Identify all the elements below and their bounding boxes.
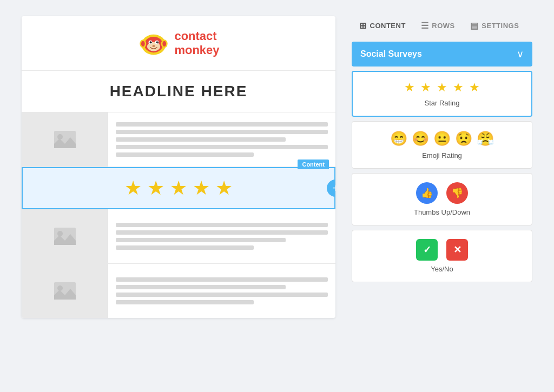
image-placeholder-3 — [22, 264, 108, 318]
tab-rows-label: ROWS — [432, 22, 454, 30]
emoji-rating-option[interactable]: 😁 😊 😐 😟 😤 Emoji Rating — [352, 121, 532, 169]
surveys-header[interactable]: Social Surveys ∨ — [352, 42, 532, 67]
chevron-down-icon: ∨ — [517, 48, 524, 60]
star-3: ★ — [170, 177, 187, 200]
tabs-row: ⊞ CONTENT ☰ ROWS ▤ SETTINGS — [352, 16, 532, 35]
email-header: contact monkey — [22, 16, 335, 71]
text-line — [116, 300, 254, 304]
text-line — [116, 293, 328, 297]
text-line — [116, 285, 286, 289]
yes-no-option[interactable]: ✓ ✕ Yes/No — [352, 230, 532, 282]
text-placeholder-3 — [108, 264, 335, 318]
logo-container: contact monkey — [137, 27, 219, 59]
content-row-2 — [22, 209, 335, 264]
image-icon-1 — [52, 127, 78, 152]
star-rating-icons: ★ ★ ★ ★ ★ — [404, 81, 480, 95]
image-icon-3 — [52, 278, 78, 304]
star-icon-2: ★ — [420, 81, 431, 95]
svg-point-9 — [150, 41, 152, 43]
headline-text: HEADLINE HERE — [32, 83, 325, 100]
star-5: ★ — [215, 177, 233, 200]
emoji-2: 😊 — [412, 130, 429, 147]
surveys-title: Social Surveys — [360, 49, 422, 59]
tab-content-label: CONTENT — [370, 22, 406, 30]
svg-point-15 — [57, 134, 63, 139]
text-line — [116, 152, 254, 157]
thumbs-option[interactable]: 👍 👎 Thumbs Up/Down — [352, 173, 532, 225]
rows-icon: ☰ — [421, 21, 429, 31]
star-2: ★ — [147, 177, 164, 200]
text-line — [116, 145, 328, 149]
headline-section: HEADLINE HERE — [22, 71, 335, 112]
tab-content[interactable]: ⊞ CONTENT — [352, 16, 413, 35]
star-row-preview: ★ ★ ★ ★ ★ — [124, 177, 233, 200]
svg-point-5 — [163, 41, 167, 46]
star-icon-4: ★ — [453, 81, 464, 95]
text-line — [116, 137, 286, 142]
emoji-rating-label: Emoji Rating — [422, 151, 462, 160]
star-icon-3: ★ — [437, 81, 447, 95]
email-preview: contact monkey HEADLINE HERE — [22, 16, 335, 318]
logo-text: contact monkey — [174, 29, 219, 58]
text-line — [116, 223, 328, 227]
star-icon-5: ★ — [469, 81, 480, 95]
thumbs-icons: 👍 👎 — [416, 182, 468, 204]
tab-settings[interactable]: ▤ SETTINGS — [463, 16, 527, 35]
emoji-3: 😐 — [433, 130, 451, 147]
svg-point-19 — [57, 285, 63, 291]
right-panel: ⊞ CONTENT ☰ ROWS ▤ SETTINGS Social Surve… — [352, 16, 532, 287]
star-rating-option[interactable]: ★ ★ ★ ★ ★ Star Rating — [352, 71, 532, 117]
logo-icon — [137, 27, 170, 59]
emoji-5: 😤 — [477, 130, 494, 147]
thumbs-down-icon: 👎 — [446, 182, 468, 204]
star-4: ★ — [193, 177, 210, 200]
grid-icon: ⊞ — [359, 21, 367, 31]
text-line — [116, 277, 328, 282]
star-rating-label: Star Rating — [424, 99, 459, 107]
star-icon-1: ★ — [404, 81, 415, 95]
yes-no-label: Yes/No — [431, 265, 453, 273]
main-container: contact monkey HEADLINE HERE — [0, 0, 554, 392]
thumbs-up-icon: 👍 — [416, 182, 438, 204]
text-line — [116, 245, 254, 250]
image-placeholder-1 — [22, 112, 108, 167]
svg-point-3 — [141, 41, 145, 46]
settings-icon: ▤ — [470, 21, 479, 31]
text-line — [116, 238, 286, 242]
text-line — [116, 130, 328, 134]
image-placeholder-2 — [22, 209, 108, 263]
svg-point-12 — [157, 42, 159, 43]
add-content-button[interactable]: + — [327, 180, 335, 197]
image-icon-2 — [52, 223, 78, 249]
svg-point-17 — [57, 231, 63, 236]
emoji-4: 😟 — [455, 130, 472, 147]
emoji-icons: 😁 😊 😐 😟 😤 — [390, 130, 494, 147]
tab-settings-label: SETTINGS — [482, 22, 519, 30]
svg-point-13 — [153, 45, 155, 46]
emoji-1: 😁 — [390, 130, 407, 147]
svg-point-11 — [151, 42, 152, 43]
content-row-3 — [22, 264, 335, 318]
yes-no-icons: ✓ ✕ — [416, 239, 468, 261]
star-1: ★ — [124, 177, 142, 200]
star-content-block[interactable]: Content ★ ★ ★ ★ ★ + — [22, 167, 335, 209]
text-line — [116, 230, 328, 235]
svg-point-10 — [156, 41, 159, 43]
yes-icon: ✓ — [416, 239, 438, 261]
content-row-1 — [22, 112, 335, 167]
no-icon: ✕ — [446, 239, 468, 261]
text-placeholder-2 — [108, 209, 335, 263]
text-placeholder-1 — [108, 112, 335, 167]
content-label: Content — [298, 160, 329, 169]
thumbs-label: Thumbs Up/Down — [414, 208, 470, 216]
star-rating-wrapper: Content ★ ★ ★ ★ ★ + — [22, 167, 335, 209]
text-line — [116, 122, 328, 127]
tab-rows[interactable]: ☰ ROWS — [413, 16, 463, 35]
